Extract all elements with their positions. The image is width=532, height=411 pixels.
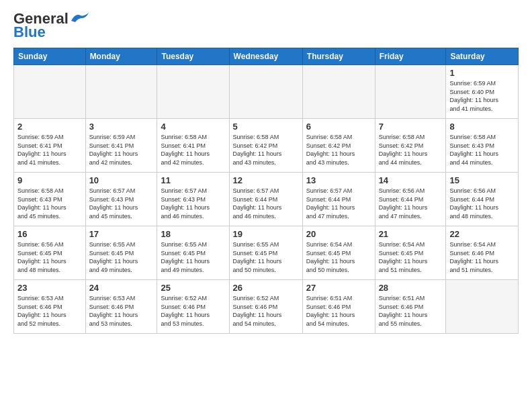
day-number: 12 — [233, 175, 299, 185]
col-sunday: Sunday — [14, 48, 86, 65]
table-row — [85, 65, 157, 119]
day-number: 26 — [233, 283, 299, 293]
table-row — [375, 65, 446, 119]
day-info: Sunrise: 6:54 AM Sunset: 6:46 PM Dayligh… — [449, 240, 515, 274]
logo-blue: Blue — [13, 24, 46, 41]
col-tuesday: Tuesday — [157, 48, 229, 65]
table-row: 27Sunrise: 6:51 AM Sunset: 6:46 PM Dayli… — [302, 280, 375, 334]
day-info: Sunrise: 6:52 AM Sunset: 6:46 PM Dayligh… — [161, 294, 225, 328]
day-number: 27 — [306, 283, 371, 293]
col-thursday: Thursday — [302, 48, 375, 65]
table-row: 28Sunrise: 6:51 AM Sunset: 6:46 PM Dayli… — [375, 280, 446, 334]
table-row: 20Sunrise: 6:54 AM Sunset: 6:45 PM Dayli… — [302, 226, 375, 280]
day-number: 10 — [89, 175, 154, 185]
col-monday: Monday — [85, 48, 157, 65]
table-row — [14, 65, 86, 119]
logo-bird-icon — [70, 11, 89, 24]
table-row: 11Sunrise: 6:57 AM Sunset: 6:43 PM Dayli… — [157, 173, 229, 226]
day-info: Sunrise: 6:55 AM Sunset: 6:45 PM Dayligh… — [233, 240, 299, 274]
table-row: 4Sunrise: 6:58 AM Sunset: 6:41 PM Daylig… — [157, 119, 229, 173]
day-info: Sunrise: 6:59 AM Sunset: 6:40 PM Dayligh… — [449, 79, 515, 113]
day-info: Sunrise: 6:57 AM Sunset: 6:43 PM Dayligh… — [89, 187, 154, 220]
day-number: 20 — [306, 229, 371, 239]
calendar-week-row: 1Sunrise: 6:59 AM Sunset: 6:40 PM Daylig… — [14, 65, 519, 119]
header-row: Sunday Monday Tuesday Wednesday Thursday… — [14, 48, 519, 65]
day-info: Sunrise: 6:55 AM Sunset: 6:45 PM Dayligh… — [161, 240, 225, 274]
day-info: Sunrise: 6:54 AM Sunset: 6:45 PM Dayligh… — [379, 240, 443, 274]
day-info: Sunrise: 6:58 AM Sunset: 6:42 PM Dayligh… — [379, 133, 443, 167]
day-number: 17 — [89, 229, 154, 239]
table-row — [229, 65, 302, 119]
day-number: 4 — [161, 122, 225, 132]
table-row: 18Sunrise: 6:55 AM Sunset: 6:45 PM Dayli… — [157, 226, 229, 280]
day-info: Sunrise: 6:56 AM Sunset: 6:44 PM Dayligh… — [449, 187, 515, 220]
day-info: Sunrise: 6:58 AM Sunset: 6:43 PM Dayligh… — [17, 187, 82, 220]
day-number: 28 — [379, 283, 443, 293]
col-saturday: Saturday — [446, 48, 519, 65]
table-row: 6Sunrise: 6:58 AM Sunset: 6:42 PM Daylig… — [302, 119, 375, 173]
day-number: 22 — [449, 229, 515, 239]
calendar-body: 1Sunrise: 6:59 AM Sunset: 6:40 PM Daylig… — [14, 65, 519, 334]
day-number: 14 — [379, 175, 443, 185]
day-info: Sunrise: 6:53 AM Sunset: 6:46 PM Dayligh… — [17, 294, 82, 328]
day-info: Sunrise: 6:51 AM Sunset: 6:46 PM Dayligh… — [379, 294, 443, 328]
day-info: Sunrise: 6:58 AM Sunset: 6:43 PM Dayligh… — [449, 133, 515, 167]
table-row: 26Sunrise: 6:52 AM Sunset: 6:46 PM Dayli… — [229, 280, 302, 334]
day-number: 21 — [379, 229, 443, 239]
day-number: 9 — [17, 175, 82, 185]
calendar-week-row: 9Sunrise: 6:58 AM Sunset: 6:43 PM Daylig… — [14, 173, 519, 226]
day-info: Sunrise: 6:56 AM Sunset: 6:44 PM Dayligh… — [379, 187, 443, 220]
logo: General Blue — [13, 11, 89, 41]
table-row — [157, 65, 229, 119]
day-number: 1 — [449, 68, 515, 78]
table-row: 15Sunrise: 6:56 AM Sunset: 6:44 PM Dayli… — [446, 173, 519, 226]
table-row: 9Sunrise: 6:58 AM Sunset: 6:43 PM Daylig… — [14, 173, 86, 226]
table-row: 17Sunrise: 6:55 AM Sunset: 6:45 PM Dayli… — [85, 226, 157, 280]
day-number: 11 — [161, 175, 225, 185]
calendar-table: Sunday Monday Tuesday Wednesday Thursday… — [13, 48, 519, 334]
calendar-week-row: 2Sunrise: 6:59 AM Sunset: 6:41 PM Daylig… — [14, 119, 519, 173]
table-row: 7Sunrise: 6:58 AM Sunset: 6:42 PM Daylig… — [375, 119, 446, 173]
day-number: 7 — [379, 122, 443, 132]
day-info: Sunrise: 6:58 AM Sunset: 6:41 PM Dayligh… — [161, 133, 225, 167]
calendar-header: Sunday Monday Tuesday Wednesday Thursday… — [14, 48, 519, 65]
table-row: 13Sunrise: 6:57 AM Sunset: 6:44 PM Dayli… — [302, 173, 375, 226]
day-number: 3 — [89, 122, 154, 132]
table-row: 24Sunrise: 6:53 AM Sunset: 6:46 PM Dayli… — [85, 280, 157, 334]
day-info: Sunrise: 6:56 AM Sunset: 6:45 PM Dayligh… — [17, 240, 82, 274]
day-number: 24 — [89, 283, 154, 293]
col-friday: Friday — [375, 48, 446, 65]
calendar-week-row: 23Sunrise: 6:53 AM Sunset: 6:46 PM Dayli… — [14, 280, 519, 334]
day-number: 18 — [161, 229, 225, 239]
day-number: 13 — [306, 175, 371, 185]
table-row — [302, 65, 375, 119]
table-row: 12Sunrise: 6:57 AM Sunset: 6:44 PM Dayli… — [229, 173, 302, 226]
day-info: Sunrise: 6:55 AM Sunset: 6:45 PM Dayligh… — [89, 240, 154, 274]
table-row: 14Sunrise: 6:56 AM Sunset: 6:44 PM Dayli… — [375, 173, 446, 226]
day-info: Sunrise: 6:59 AM Sunset: 6:41 PM Dayligh… — [89, 133, 154, 167]
table-row: 19Sunrise: 6:55 AM Sunset: 6:45 PM Dayli… — [229, 226, 302, 280]
table-row: 5Sunrise: 6:58 AM Sunset: 6:42 PM Daylig… — [229, 119, 302, 173]
day-info: Sunrise: 6:53 AM Sunset: 6:46 PM Dayligh… — [89, 294, 154, 328]
day-number: 16 — [17, 229, 82, 239]
day-info: Sunrise: 6:58 AM Sunset: 6:42 PM Dayligh… — [306, 133, 371, 167]
table-row: 2Sunrise: 6:59 AM Sunset: 6:41 PM Daylig… — [14, 119, 86, 173]
table-row: 21Sunrise: 6:54 AM Sunset: 6:45 PM Dayli… — [375, 226, 446, 280]
header: General Blue — [13, 11, 519, 41]
day-number: 2 — [17, 122, 82, 132]
day-info: Sunrise: 6:54 AM Sunset: 6:45 PM Dayligh… — [306, 240, 371, 274]
table-row: 23Sunrise: 6:53 AM Sunset: 6:46 PM Dayli… — [14, 280, 86, 334]
day-number: 6 — [306, 122, 371, 132]
table-row: 10Sunrise: 6:57 AM Sunset: 6:43 PM Dayli… — [85, 173, 157, 226]
table-row: 16Sunrise: 6:56 AM Sunset: 6:45 PM Dayli… — [14, 226, 86, 280]
table-row: 22Sunrise: 6:54 AM Sunset: 6:46 PM Dayli… — [446, 226, 519, 280]
calendar-week-row: 16Sunrise: 6:56 AM Sunset: 6:45 PM Dayli… — [14, 226, 519, 280]
page: General Blue Sunday Monday Tuesday Wedne… — [0, 0, 532, 411]
day-number: 15 — [449, 175, 515, 185]
table-row: 8Sunrise: 6:58 AM Sunset: 6:43 PM Daylig… — [446, 119, 519, 173]
day-info: Sunrise: 6:52 AM Sunset: 6:46 PM Dayligh… — [233, 294, 299, 328]
day-info: Sunrise: 6:51 AM Sunset: 6:46 PM Dayligh… — [306, 294, 371, 328]
day-info: Sunrise: 6:57 AM Sunset: 6:43 PM Dayligh… — [161, 187, 225, 220]
table-row — [446, 280, 519, 334]
col-wednesday: Wednesday — [229, 48, 302, 65]
